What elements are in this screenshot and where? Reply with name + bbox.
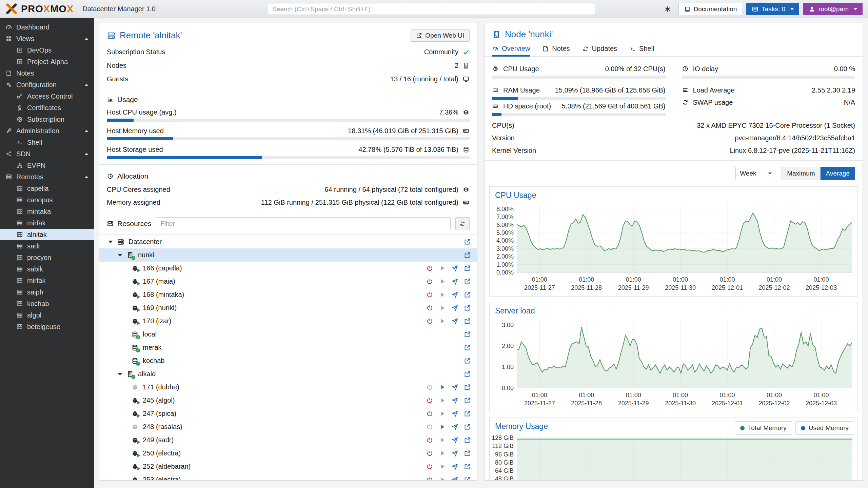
- migrate-button[interactable]: [451, 304, 458, 311]
- sidebar-item-capella[interactable]: capella: [0, 183, 94, 194]
- start-button[interactable]: [439, 278, 446, 285]
- sidebar-item-project-alpha[interactable]: Project-Alpha: [0, 56, 94, 67]
- tree-row-alkaid[interactable]: alkaid: [99, 367, 477, 381]
- sidebar-item-access-control[interactable]: Access Control: [0, 90, 94, 102]
- migrate-button[interactable]: [451, 463, 458, 470]
- sidebar-item-mintaka[interactable]: mintaka: [0, 206, 94, 217]
- open-link-button[interactable]: [464, 238, 471, 245]
- open-link-button[interactable]: [464, 291, 471, 298]
- migrate-button[interactable]: [451, 450, 458, 457]
- open-link-button[interactable]: [464, 370, 471, 378]
- shutdown-button[interactable]: [426, 476, 433, 481]
- open-link-button[interactable]: [464, 331, 471, 338]
- sidebar-item-procyon[interactable]: procyon: [0, 252, 94, 263]
- chevron-up-icon[interactable]: [84, 84, 88, 86]
- refresh-button[interactable]: [455, 217, 470, 230]
- open-link-button[interactable]: [464, 436, 471, 444]
- start-button[interactable]: [439, 397, 446, 404]
- maximum-button[interactable]: Maximum: [782, 167, 820, 180]
- sidebar-item-mirfak[interactable]: mirfak: [0, 217, 94, 229]
- tree-row-248-rasalas[interactable]: 248 (rasalas): [99, 420, 477, 433]
- shutdown-button[interactable]: [426, 463, 433, 470]
- tree-row-kochab[interactable]: kochab: [99, 354, 477, 367]
- migrate-button[interactable]: [451, 397, 458, 404]
- tree-row-nunki[interactable]: nunki: [99, 248, 477, 262]
- user-menu-button[interactable]: root@pam: [803, 3, 863, 15]
- sidebar-item-sabik[interactable]: sabik: [0, 263, 94, 275]
- tasks-button[interactable]: Tasks: 0: [746, 3, 799, 15]
- tree-row-250-electra[interactable]: 250 (electra): [99, 447, 477, 460]
- open-link-button[interactable]: [464, 318, 471, 325]
- start-button[interactable]: [439, 463, 446, 470]
- chevron-up-icon[interactable]: [84, 153, 88, 155]
- chevron-up-icon[interactable]: [84, 130, 88, 132]
- documentation-button[interactable]: Documentation: [678, 3, 743, 15]
- tab-shell[interactable]: Shell: [629, 41, 654, 56]
- shutdown-button[interactable]: [426, 384, 433, 391]
- sidebar-item-betelgeuse[interactable]: betelgeuse: [0, 321, 94, 332]
- start-button[interactable]: [439, 410, 446, 417]
- shutdown-button[interactable]: [426, 278, 433, 285]
- tree-row-247-spica[interactable]: 247 (spica): [99, 407, 477, 420]
- sidebar-item-dashboard[interactable]: Dashboard: [0, 21, 94, 33]
- sidebar-item-alnitak[interactable]: alnitak: [0, 229, 94, 240]
- sidebar-item-kochab[interactable]: kochab: [0, 298, 94, 309]
- shutdown-button[interactable]: [426, 450, 433, 457]
- open-link-button[interactable]: [464, 344, 471, 351]
- tree-row-169-nunki[interactable]: 169 (nunki): [99, 301, 477, 314]
- start-button[interactable]: [439, 265, 446, 272]
- chevron-up-icon[interactable]: [84, 38, 88, 40]
- tree-row-252-aldebaran[interactable]: 252 (aldebaran): [99, 460, 477, 473]
- open-link-button[interactable]: [464, 397, 471, 404]
- sidebar-item-administration[interactable]: Administration: [0, 125, 94, 137]
- shutdown-button[interactable]: [426, 410, 433, 417]
- start-button[interactable]: [439, 476, 446, 481]
- sidebar-item-notes[interactable]: Notes: [0, 67, 94, 79]
- tab-updates[interactable]: Updates: [582, 41, 617, 56]
- migrate-button[interactable]: [451, 265, 458, 272]
- start-button[interactable]: [439, 304, 446, 311]
- open-link-button[interactable]: [464, 423, 471, 430]
- open-link-button[interactable]: [464, 476, 471, 481]
- start-button[interactable]: [439, 384, 446, 391]
- sidebar-item-shell[interactable]: Shell: [0, 137, 94, 148]
- tree-row-170-izar[interactable]: 170 (izar): [99, 314, 477, 328]
- tree-row-168-mintaka[interactable]: 168 (mintaka): [99, 288, 477, 301]
- shutdown-button[interactable]: [426, 436, 433, 444]
- sidebar-item-views[interactable]: Views: [0, 33, 94, 44]
- open-link-button[interactable]: [464, 357, 471, 364]
- migrate-button[interactable]: [451, 278, 458, 285]
- sidebar-item-subscription[interactable]: Subscription: [0, 114, 94, 125]
- migrate-button[interactable]: [451, 291, 458, 298]
- shutdown-button[interactable]: [426, 265, 433, 272]
- migrate-button[interactable]: [451, 384, 458, 391]
- open-link-button[interactable]: [464, 304, 471, 311]
- open-link-button[interactable]: [464, 265, 471, 272]
- sidebar-item-algol[interactable]: algol: [0, 309, 94, 321]
- caret-down-icon[interactable]: [108, 241, 113, 243]
- asterisk-icon[interactable]: [664, 6, 671, 13]
- tree-row-166-capella[interactable]: 166 (capella): [99, 262, 477, 275]
- resources-filter-input[interactable]: [156, 217, 451, 230]
- migrate-button[interactable]: [451, 318, 458, 325]
- tab-notes[interactable]: Notes: [542, 41, 570, 56]
- open-link-button[interactable]: [464, 278, 471, 285]
- start-button[interactable]: [439, 291, 446, 298]
- caret-down-icon[interactable]: [118, 254, 122, 257]
- open-link-button[interactable]: [464, 384, 471, 391]
- tree-row-merak[interactable]: merak: [99, 341, 477, 354]
- sidebar-item-sdn[interactable]: SDN: [0, 148, 94, 160]
- migrate-button[interactable]: [451, 436, 458, 444]
- start-button[interactable]: [439, 450, 446, 457]
- start-button[interactable]: [439, 436, 446, 444]
- sidebar-item-mirfak[interactable]: mirfak: [0, 275, 94, 286]
- legend-button-total-memory[interactable]: Total Memory: [735, 421, 792, 435]
- tree-row-171-dubhe[interactable]: 171 (dubhe): [99, 381, 477, 394]
- start-button[interactable]: [439, 318, 446, 325]
- open-link-button[interactable]: [464, 410, 471, 417]
- tree-row-249-sadr[interactable]: 249 (sadr): [99, 433, 477, 447]
- average-button[interactable]: Average: [821, 167, 855, 180]
- search-input[interactable]: [268, 3, 595, 15]
- sidebar-item-sadr[interactable]: sadr: [0, 240, 94, 252]
- sidebar-item-saiph[interactable]: saiph: [0, 286, 94, 298]
